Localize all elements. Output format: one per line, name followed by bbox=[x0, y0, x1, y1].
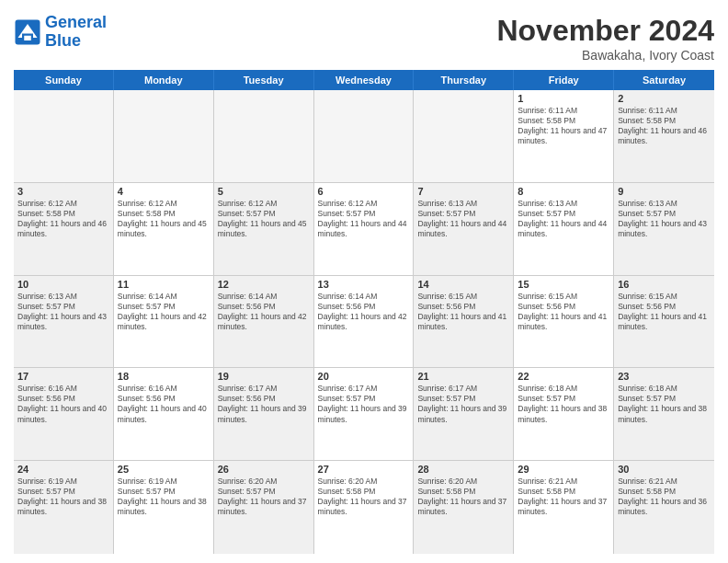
day-info: Sunrise: 6:12 AMSunset: 5:57 PMDaylight:… bbox=[218, 199, 310, 239]
day-number: 19 bbox=[218, 371, 310, 382]
empty-cell-0-2 bbox=[214, 90, 314, 182]
svg-rect-3 bbox=[24, 36, 31, 40]
day-number: 24 bbox=[17, 464, 109, 475]
day-info: Sunrise: 6:13 AMSunset: 5:57 PMDaylight:… bbox=[518, 199, 609, 239]
day-info: Sunrise: 6:19 AMSunset: 5:57 PMDaylight:… bbox=[17, 477, 109, 517]
day-info: Sunrise: 6:14 AMSunset: 5:56 PMDaylight:… bbox=[218, 292, 310, 332]
day-info: Sunrise: 6:12 AMSunset: 5:58 PMDaylight:… bbox=[118, 199, 210, 239]
day-number: 25 bbox=[118, 464, 210, 475]
day-info: Sunrise: 6:21 AMSunset: 5:58 PMDaylight:… bbox=[618, 477, 711, 517]
day-number: 17 bbox=[17, 371, 109, 382]
day-cell-10: 10Sunrise: 6:13 AMSunset: 5:57 PMDayligh… bbox=[14, 276, 114, 368]
empty-cell-0-0 bbox=[14, 90, 114, 182]
day-number: 22 bbox=[518, 371, 609, 382]
day-number: 28 bbox=[417, 464, 509, 475]
page: General Blue November 2024 Bawakaha, Ivo… bbox=[0, 0, 728, 563]
weekday-header-tuesday: Tuesday bbox=[214, 70, 314, 90]
logo-line1: General bbox=[45, 13, 107, 31]
day-cell-11: 11Sunrise: 6:14 AMSunset: 5:57 PMDayligh… bbox=[114, 276, 214, 368]
logo: General Blue bbox=[14, 14, 107, 51]
day-info: Sunrise: 6:15 AMSunset: 5:56 PMDaylight:… bbox=[417, 292, 509, 332]
day-cell-25: 25Sunrise: 6:19 AMSunset: 5:57 PMDayligh… bbox=[114, 461, 214, 554]
day-info: Sunrise: 6:14 AMSunset: 5:56 PMDaylight:… bbox=[318, 292, 410, 332]
day-cell-12: 12Sunrise: 6:14 AMSunset: 5:56 PMDayligh… bbox=[214, 276, 314, 368]
day-cell-29: 29Sunrise: 6:21 AMSunset: 5:58 PMDayligh… bbox=[514, 461, 614, 554]
calendar-week-5: 24Sunrise: 6:19 AMSunset: 5:57 PMDayligh… bbox=[14, 461, 714, 554]
empty-cell-0-3 bbox=[314, 90, 415, 182]
day-number: 26 bbox=[218, 464, 310, 475]
day-cell-17: 17Sunrise: 6:16 AMSunset: 5:56 PMDayligh… bbox=[14, 368, 114, 460]
day-cell-26: 26Sunrise: 6:20 AMSunset: 5:57 PMDayligh… bbox=[214, 461, 314, 554]
day-number: 30 bbox=[618, 464, 711, 475]
day-number: 2 bbox=[618, 93, 711, 104]
day-number: 18 bbox=[118, 371, 210, 382]
day-number: 3 bbox=[17, 186, 109, 197]
calendar-body: 1Sunrise: 6:11 AMSunset: 5:58 PMDaylight… bbox=[14, 90, 714, 554]
day-info: Sunrise: 6:21 AMSunset: 5:58 PMDaylight:… bbox=[518, 477, 609, 517]
month-title: November 2024 bbox=[496, 14, 714, 48]
day-cell-9: 9Sunrise: 6:13 AMSunset: 5:57 PMDaylight… bbox=[614, 183, 714, 275]
title-area: November 2024 Bawakaha, Ivory Coast bbox=[496, 14, 714, 63]
day-number: 29 bbox=[518, 464, 609, 475]
weekday-header-wednesday: Wednesday bbox=[314, 70, 415, 90]
weekday-header-monday: Monday bbox=[114, 70, 214, 90]
day-number: 23 bbox=[618, 371, 711, 382]
day-info: Sunrise: 6:16 AMSunset: 5:56 PMDaylight:… bbox=[17, 384, 109, 424]
logo-text: General Blue bbox=[45, 14, 107, 51]
day-info: Sunrise: 6:12 AMSunset: 5:58 PMDaylight:… bbox=[17, 199, 109, 239]
day-info: Sunrise: 6:11 AMSunset: 5:58 PMDaylight:… bbox=[618, 106, 711, 146]
day-cell-13: 13Sunrise: 6:14 AMSunset: 5:56 PMDayligh… bbox=[314, 276, 415, 368]
day-info: Sunrise: 6:18 AMSunset: 5:57 PMDaylight:… bbox=[518, 384, 609, 424]
day-info: Sunrise: 6:14 AMSunset: 5:57 PMDaylight:… bbox=[118, 292, 210, 332]
empty-cell-0-4 bbox=[414, 90, 514, 182]
day-cell-7: 7Sunrise: 6:13 AMSunset: 5:57 PMDaylight… bbox=[414, 183, 514, 275]
day-info: Sunrise: 6:13 AMSunset: 5:57 PMDaylight:… bbox=[417, 199, 509, 239]
day-number: 20 bbox=[318, 371, 410, 382]
day-cell-15: 15Sunrise: 6:15 AMSunset: 5:56 PMDayligh… bbox=[514, 276, 614, 368]
location: Bawakaha, Ivory Coast bbox=[496, 48, 714, 63]
day-number: 12 bbox=[218, 279, 310, 290]
day-info: Sunrise: 6:16 AMSunset: 5:56 PMDaylight:… bbox=[118, 384, 210, 424]
day-number: 8 bbox=[518, 186, 609, 197]
calendar-week-2: 3Sunrise: 6:12 AMSunset: 5:58 PMDaylight… bbox=[14, 183, 714, 276]
calendar-week-4: 17Sunrise: 6:16 AMSunset: 5:56 PMDayligh… bbox=[14, 368, 714, 461]
day-number: 21 bbox=[417, 371, 509, 382]
day-cell-1: 1Sunrise: 6:11 AMSunset: 5:58 PMDaylight… bbox=[514, 90, 614, 182]
calendar-header: SundayMondayTuesdayWednesdayThursdayFrid… bbox=[14, 70, 714, 90]
day-number: 9 bbox=[618, 186, 711, 197]
day-info: Sunrise: 6:15 AMSunset: 5:56 PMDaylight:… bbox=[518, 292, 609, 332]
day-info: Sunrise: 6:17 AMSunset: 5:57 PMDaylight:… bbox=[318, 384, 410, 424]
header: General Blue November 2024 Bawakaha, Ivo… bbox=[14, 14, 714, 63]
day-cell-30: 30Sunrise: 6:21 AMSunset: 5:58 PMDayligh… bbox=[614, 461, 714, 554]
day-info: Sunrise: 6:15 AMSunset: 5:56 PMDaylight:… bbox=[618, 292, 711, 332]
weekday-header-thursday: Thursday bbox=[414, 70, 514, 90]
calendar: SundayMondayTuesdayWednesdayThursdayFrid… bbox=[14, 70, 714, 554]
day-cell-2: 2Sunrise: 6:11 AMSunset: 5:58 PMDaylight… bbox=[614, 90, 714, 182]
day-cell-4: 4Sunrise: 6:12 AMSunset: 5:58 PMDaylight… bbox=[114, 183, 214, 275]
calendar-week-3: 10Sunrise: 6:13 AMSunset: 5:57 PMDayligh… bbox=[14, 276, 714, 369]
day-cell-23: 23Sunrise: 6:18 AMSunset: 5:57 PMDayligh… bbox=[614, 368, 714, 460]
day-number: 4 bbox=[118, 186, 210, 197]
day-info: Sunrise: 6:17 AMSunset: 5:56 PMDaylight:… bbox=[218, 384, 310, 424]
day-number: 13 bbox=[318, 279, 410, 290]
day-info: Sunrise: 6:12 AMSunset: 5:57 PMDaylight:… bbox=[318, 199, 410, 239]
day-number: 5 bbox=[218, 186, 310, 197]
day-cell-21: 21Sunrise: 6:17 AMSunset: 5:57 PMDayligh… bbox=[414, 368, 514, 460]
day-cell-20: 20Sunrise: 6:17 AMSunset: 5:57 PMDayligh… bbox=[314, 368, 415, 460]
day-number: 14 bbox=[417, 279, 509, 290]
day-info: Sunrise: 6:20 AMSunset: 5:57 PMDaylight:… bbox=[218, 477, 310, 517]
day-number: 11 bbox=[118, 279, 210, 290]
weekday-header-friday: Friday bbox=[514, 70, 614, 90]
day-cell-27: 27Sunrise: 6:20 AMSunset: 5:58 PMDayligh… bbox=[314, 461, 415, 554]
day-info: Sunrise: 6:20 AMSunset: 5:58 PMDaylight:… bbox=[318, 477, 410, 517]
day-cell-6: 6Sunrise: 6:12 AMSunset: 5:57 PMDaylight… bbox=[314, 183, 415, 275]
day-cell-8: 8Sunrise: 6:13 AMSunset: 5:57 PMDaylight… bbox=[514, 183, 614, 275]
day-info: Sunrise: 6:13 AMSunset: 5:57 PMDaylight:… bbox=[618, 199, 711, 239]
logo-line2: Blue bbox=[45, 31, 81, 50]
day-cell-18: 18Sunrise: 6:16 AMSunset: 5:56 PMDayligh… bbox=[114, 368, 214, 460]
day-cell-22: 22Sunrise: 6:18 AMSunset: 5:57 PMDayligh… bbox=[514, 368, 614, 460]
weekday-header-sunday: Sunday bbox=[14, 70, 114, 90]
weekday-header-saturday: Saturday bbox=[614, 70, 714, 90]
day-number: 16 bbox=[618, 279, 711, 290]
day-cell-24: 24Sunrise: 6:19 AMSunset: 5:57 PMDayligh… bbox=[14, 461, 114, 554]
